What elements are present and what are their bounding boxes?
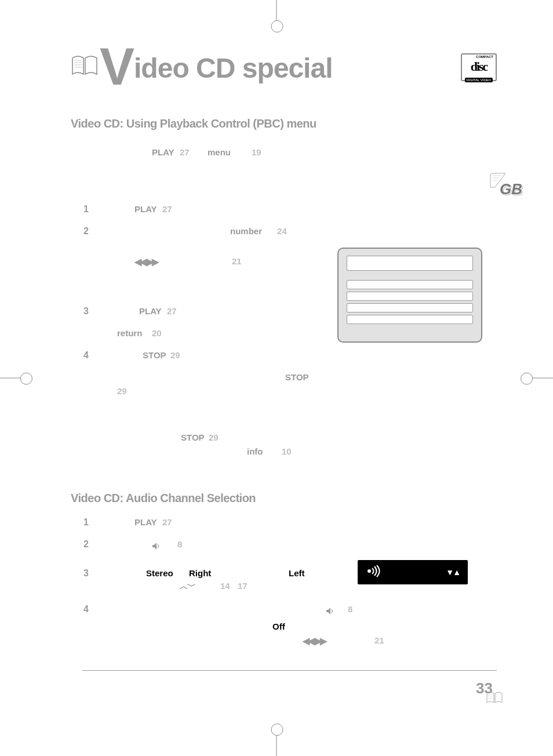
logo-dv-text: DIGITAL VIDEO	[465, 78, 492, 82]
step3-return-label: return	[117, 328, 142, 338]
diagram-bar	[347, 292, 473, 301]
book-icon	[71, 53, 100, 77]
intro-play-label: PLAY	[152, 147, 174, 157]
step4-stop2-label: STOP	[285, 372, 309, 382]
s2-step1-play-ref: 27	[162, 517, 172, 527]
page-book-icon	[486, 690, 504, 705]
step1-number: 1	[83, 204, 89, 215]
s2-step2-number: 2	[83, 539, 89, 550]
compact-disc-logo: COMPACT disc DIGITAL VIDEO	[461, 53, 497, 81]
svg-point-0	[368, 569, 371, 573]
note-info-ref: 10	[282, 446, 292, 456]
logo-disc-text: disc	[462, 60, 496, 73]
intro-menu-label: menu	[208, 147, 231, 157]
footer-divider	[82, 670, 497, 671]
s2-step3-number: 3	[83, 568, 89, 579]
note-info-label: info	[247, 446, 263, 456]
manual-page: Video CD special COMPACT disc DIGITAL VI…	[36, 36, 517, 720]
section2-heading: Video CD: Audio Channel Selection	[71, 492, 256, 505]
diagram-bar	[347, 315, 473, 324]
step3-play-ref: 27	[167, 306, 177, 316]
note-stop-ref: 29	[209, 432, 219, 442]
diagram-bar-large	[347, 256, 473, 271]
s2-step4-ref: 8	[348, 604, 352, 614]
step1-play-ref: 27	[162, 204, 172, 214]
step4-stop-label: STOP	[143, 350, 166, 360]
step1-play-label: PLAY	[134, 204, 157, 214]
s2-step4-arrows-ref: 21	[374, 635, 384, 645]
step3-play-label: PLAY	[139, 306, 162, 316]
intro-menu-ref: 19	[252, 147, 261, 157]
menu-diagram	[337, 248, 482, 343]
chapter-title: Video CD special	[100, 37, 332, 97]
s2-step2-ref: 8	[177, 539, 182, 549]
step2-number-label: number	[230, 226, 262, 236]
title-rest: ideo CD special	[134, 53, 332, 83]
sound-waves-icon	[366, 565, 382, 580]
s2-step3-stereo: Stereo	[146, 568, 173, 578]
step4-stop2-ref: 29	[117, 386, 127, 396]
step4-number: 4	[83, 350, 89, 361]
s2-step4-number: 4	[83, 604, 89, 615]
step3-return-ref: 20	[152, 328, 162, 338]
up-down-triangles-icon: ▼▲	[446, 568, 460, 577]
s2-step4-off: Off	[272, 621, 285, 631]
note-stop-label: STOP	[181, 432, 205, 442]
step4-stop-ref: 29	[170, 350, 180, 360]
s2-step3-left: Left	[289, 568, 305, 578]
step2-arrows-ref: 21	[232, 256, 242, 266]
diagram-bar	[347, 280, 473, 289]
title-big-letter: V	[100, 38, 134, 96]
speaker-icon	[326, 605, 335, 615]
osd-info-bar: ▼▲	[358, 560, 468, 584]
diagram-bar	[347, 303, 473, 312]
step3-number: 3	[83, 306, 89, 317]
s2-step3-right: Right	[189, 568, 211, 578]
rewind-forward-icon: ◀◀ ▶▶	[134, 256, 157, 267]
s2-step1-play: PLAY	[134, 517, 157, 527]
speaker-icon	[152, 540, 161, 550]
intro-play-ref: 27	[180, 147, 190, 157]
rewind-forward-icon: ◀◀ ▶▶	[303, 635, 325, 646]
page-header: Video CD special COMPACT disc DIGITAL VI…	[36, 36, 517, 94]
logo-compact-text: COMPACT	[476, 55, 493, 59]
step2-number-ref: 24	[277, 226, 287, 236]
s2-step3-ref1: 14	[220, 581, 230, 591]
step2-number: 2	[83, 226, 89, 237]
up-down-icon: ︿﹀	[180, 581, 195, 592]
section1-heading: Video CD: Using Playback Control (PBC) m…	[71, 117, 316, 130]
s2-step3-ref2: 17	[238, 581, 248, 591]
s2-step1-number: 1	[83, 517, 89, 528]
